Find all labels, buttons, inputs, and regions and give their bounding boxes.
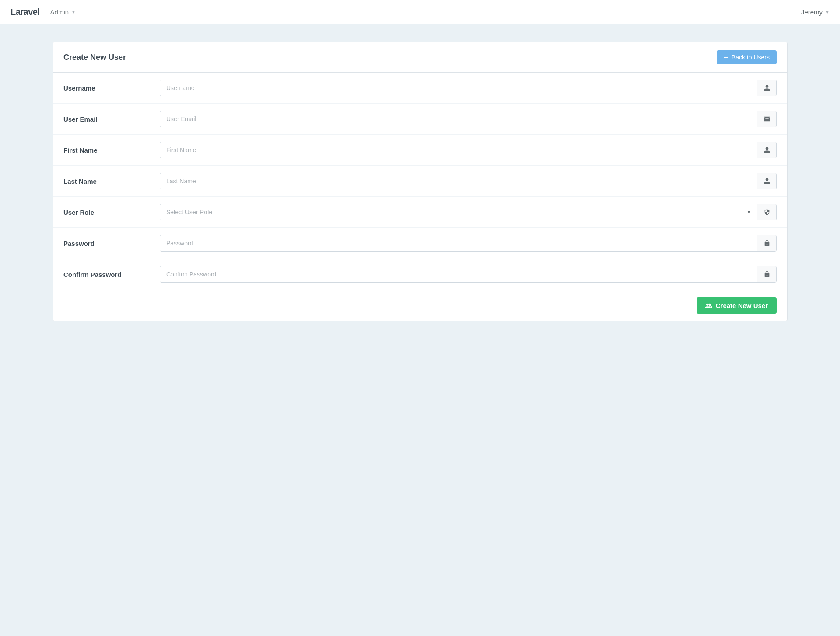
admin-chevron-icon: ▼ bbox=[71, 10, 76, 14]
email-icon bbox=[757, 111, 776, 127]
username-label: Username bbox=[63, 84, 160, 92]
person-icon bbox=[757, 142, 776, 158]
navbar: Laravel Admin ▼ Jeremy ▼ bbox=[0, 0, 840, 24]
lock-icon bbox=[757, 266, 776, 282]
confirm-password-input[interactable] bbox=[160, 266, 757, 282]
user-menu[interactable]: Jeremy ▼ bbox=[801, 8, 830, 16]
navbar-left: Laravel Admin ▼ bbox=[10, 7, 76, 17]
last-name-input-group bbox=[160, 173, 777, 189]
page-title: Create New User bbox=[63, 53, 126, 62]
lock-icon bbox=[757, 235, 776, 251]
user-email-input-group bbox=[160, 111, 777, 127]
first-name-input-group bbox=[160, 142, 777, 158]
back-icon: ↩ bbox=[724, 54, 729, 61]
confirm-password-label: Confirm Password bbox=[63, 271, 160, 278]
user-role-row: User Role Select User Role Admin User Ed… bbox=[53, 197, 787, 228]
first-name-row: First Name bbox=[53, 135, 787, 166]
create-user-card: Create New User ↩ Back to Users Username… bbox=[52, 42, 788, 321]
user-email-label: User Email bbox=[63, 115, 160, 123]
user-email-row: User Email bbox=[53, 104, 787, 135]
username-row: Username bbox=[53, 73, 787, 104]
user-chevron-icon: ▼ bbox=[825, 10, 830, 14]
user-role-select[interactable]: Select User Role Admin User Editor Viewe… bbox=[160, 204, 757, 220]
last-name-row: Last Name bbox=[53, 166, 787, 197]
user-role-label: User Role bbox=[63, 209, 160, 216]
user-role-select-wrapper: Select User Role Admin User Editor Viewe… bbox=[160, 204, 757, 220]
create-new-user-button[interactable]: Create New User bbox=[696, 297, 777, 314]
password-input[interactable] bbox=[160, 235, 757, 251]
navbar-brand: Laravel bbox=[10, 7, 40, 17]
confirm-password-row: Confirm Password bbox=[53, 259, 787, 290]
confirm-password-input-group bbox=[160, 266, 777, 283]
user-role-input-group: Select User Role Admin User Editor Viewe… bbox=[160, 204, 777, 220]
username-input-group bbox=[160, 80, 777, 96]
admin-menu[interactable]: Admin ▼ bbox=[50, 8, 76, 16]
first-name-label: First Name bbox=[63, 147, 160, 154]
user-email-input[interactable] bbox=[160, 111, 757, 127]
admin-label: Admin bbox=[50, 8, 69, 16]
last-name-label: Last Name bbox=[63, 178, 160, 185]
password-row: Password bbox=[53, 228, 787, 259]
shield-icon bbox=[757, 204, 776, 220]
username-input[interactable] bbox=[160, 80, 757, 96]
create-button-label: Create New User bbox=[716, 302, 768, 309]
back-to-users-button[interactable]: ↩ Back to Users bbox=[717, 50, 777, 64]
main-content: Create New User ↩ Back to Users Username… bbox=[0, 24, 840, 339]
card-header: Create New User ↩ Back to Users bbox=[53, 42, 787, 73]
password-label: Password bbox=[63, 240, 160, 247]
password-input-group bbox=[160, 235, 777, 252]
person-icon bbox=[757, 80, 776, 96]
last-name-input[interactable] bbox=[160, 173, 757, 189]
form-actions: Create New User bbox=[53, 290, 787, 321]
add-user-icon bbox=[705, 302, 712, 309]
back-button-label: Back to Users bbox=[732, 54, 770, 61]
user-label: Jeremy bbox=[801, 8, 822, 16]
first-name-input[interactable] bbox=[160, 142, 757, 158]
person-icon bbox=[757, 173, 776, 189]
